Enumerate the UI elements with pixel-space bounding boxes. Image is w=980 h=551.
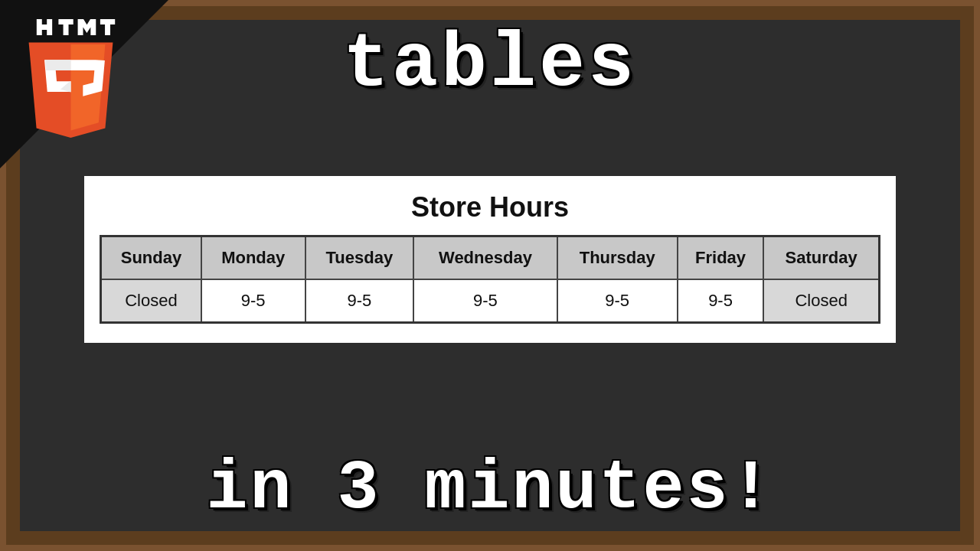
cell-sunday: Closed: [101, 279, 201, 323]
bottom-tagline: in 3 minutes!: [0, 450, 980, 528]
header-tuesday: Tuesday: [305, 236, 414, 280]
header-saturday: Saturday: [763, 236, 879, 280]
bottom-tagline-text: in 3 minutes!: [206, 450, 773, 528]
store-hours-table: Sunday Monday Tuesday Wednesday Thursday…: [100, 235, 880, 324]
title-text: tables: [343, 21, 637, 108]
header-wednesday: Wednesday: [413, 236, 557, 280]
page-title: tables: [0, 21, 980, 108]
content-panel: Store Hours Sunday Monday Tuesday Wednes…: [84, 176, 896, 343]
cell-monday: 9-5: [201, 279, 305, 323]
table-row: Closed 9-5 9-5 9-5 9-5 9-5 Closed: [101, 279, 880, 323]
header-friday: Friday: [678, 236, 764, 280]
cell-tuesday: 9-5: [305, 279, 414, 323]
cell-thursday: 9-5: [557, 279, 678, 323]
table-header-row: Sunday Monday Tuesday Wednesday Thursday…: [101, 236, 880, 280]
header-thursday: Thursday: [557, 236, 678, 280]
cell-saturday: Closed: [763, 279, 879, 323]
cell-friday: 9-5: [678, 279, 764, 323]
cell-wednesday: 9-5: [413, 279, 557, 323]
html5-logo: [11, 11, 130, 145]
store-hours-heading: Store Hours: [100, 191, 880, 223]
header-sunday: Sunday: [101, 236, 201, 280]
header-monday: Monday: [201, 236, 305, 280]
